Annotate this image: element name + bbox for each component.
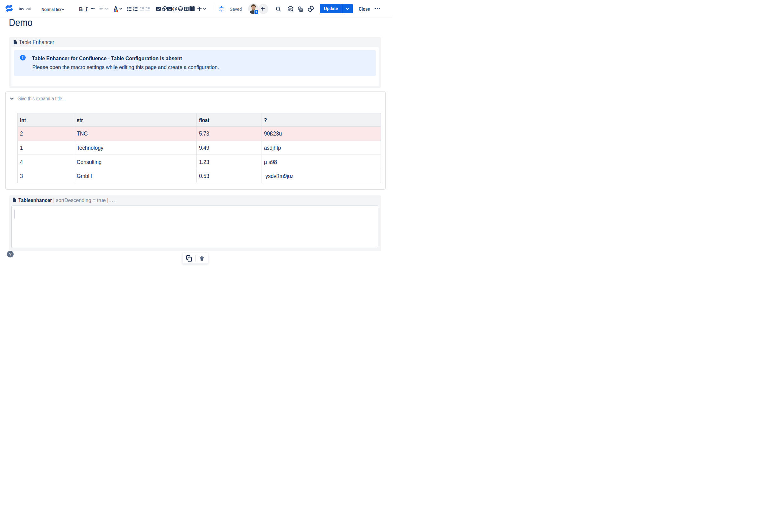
svg-text:3: 3 [133,9,134,11]
